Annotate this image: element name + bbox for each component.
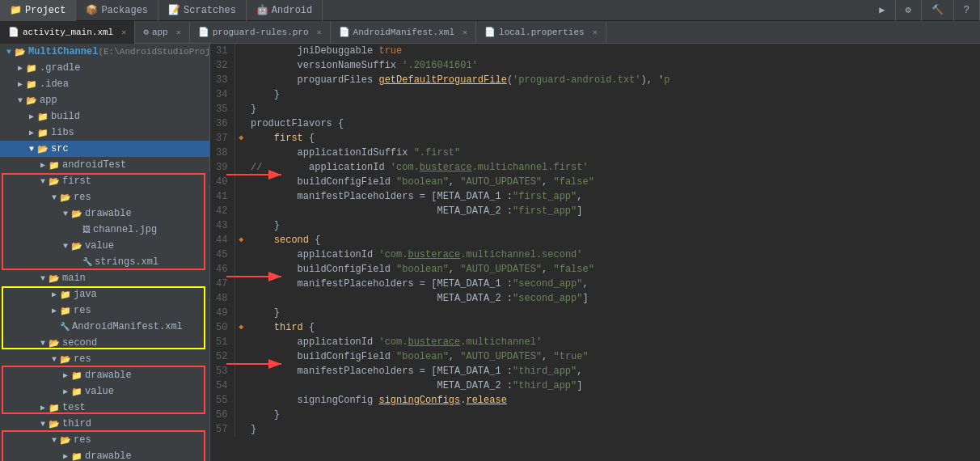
tree-item-main[interactable]: ▼ 📂 main [0,270,209,286]
line-number: 53 [210,364,234,379]
nav-tab-project[interactable]: 📁 Project [0,0,76,21]
tree-item-second-drawable[interactable]: ▶ 📁 drawable [0,367,209,383]
third-res-arrow: ▼ [49,436,60,445]
nav-tab-android[interactable]: 🤖 Android [247,0,323,21]
gutter-cell [234,291,247,306]
tree-item-strings-xml[interactable]: 🔧 strings.xml [0,254,209,270]
line-number: 42 [210,204,234,218]
code-editor[interactable]: 31 jniDebuggable true32 versionNameSuffi… [210,44,980,461]
code-line-36: 36productFlavors { [210,116,980,131]
gutter-cell [234,44,247,58]
line-number: 41 [210,189,234,204]
run-button[interactable]: ▶ [869,0,895,21]
test-folder-icon: 📁 [49,403,60,413]
help-button[interactable]: ? [954,0,980,21]
line-content: } [247,87,980,102]
gutter-cell [234,189,247,204]
tab-manifest-close[interactable]: ✕ [463,27,467,37]
tree-root[interactable]: ▼ 📂 MultiChannel (E:\AndroidStudioProjec… [0,44,209,60]
line-content: third { [247,320,980,335]
tree-item-first-res[interactable]: ▼ 📂 res [0,189,209,205]
tree-item-java[interactable]: ▶ 📁 java [0,286,209,302]
gutter-cell [234,116,247,131]
code-line-45: 45 applicationId 'com.busterace.multicha… [210,247,980,262]
tree-item-idea[interactable]: ▶ 📁 .idea [0,76,209,92]
line-content: } [247,306,980,320]
scratches-icon: 📝 [168,4,180,16]
code-line-48: 48 META_DATA_2 :"second_app"] [210,291,980,306]
tree-item-first[interactable]: ▼ 📂 first [0,173,209,189]
tree-item-build[interactable]: ▶ 📁 build [0,108,209,125]
tree-item-first-value[interactable]: ▼ 📂 value [0,238,209,254]
java-label: java [74,289,97,300]
gutter-cell: ◆ [234,320,247,335]
second-label: second [62,337,97,349]
tree-item-third-drawable[interactable]: ▶ 📁 drawable [0,448,209,461]
code-line-51: 51 applicationId 'com.busterace.multicha… [210,335,980,349]
third-drawable-label: drawable [85,450,132,461]
tree-item-gradle[interactable]: ▶ 📁 .gradle [0,60,209,76]
tree-item-second-res[interactable]: ▼ 📂 res [0,351,209,367]
tab-proguard-close[interactable]: ✕ [317,27,322,37]
project-sidebar[interactable]: ▼ 📂 MultiChannel (E:\AndroidStudioProjec… [0,44,210,461]
third-drawable-folder-icon: 📁 [71,451,82,462]
gutter-cell [234,277,247,291]
line-content: proguardFiles getDefaultProguardFile('pr… [247,73,980,87]
gutter-cell: ◆ [234,233,247,247]
build-arrow: ▶ [26,112,37,121]
line-content: applicationId 'com.busterace.multichanne… [247,247,980,262]
first-value-arrow: ▼ [60,242,71,251]
tree-item-main-manifest[interactable]: 🔧 AndroidManifest.xml [0,319,209,335]
tree-item-test[interactable]: ▶ 📁 test [0,400,209,416]
gutter-cell [234,422,247,437]
tab-proguard[interactable]: 📄 proguard-rules.pro ✕ [190,21,331,44]
code-line-38: 38 applicationIdSuffix ".first" [210,146,980,160]
tree-item-src[interactable]: ▼ 📂 src [0,141,209,157]
first-value-folder-icon: 📂 [71,241,82,252]
tree-item-second[interactable]: ▼ 📂 second [0,335,209,351]
tab-local-properties[interactable]: 📄 local.properties ✕ [476,21,606,44]
first-drawable-label: drawable [85,208,132,219]
code-editor-panel: 31 jniDebuggable true32 versionNameSuffi… [210,44,980,461]
tree-item-androidtest[interactable]: ▶ 📁 androidTest [0,157,209,173]
tree-item-main-res[interactable]: ▶ 📁 res [0,302,209,319]
android-icon: 🤖 [256,4,268,16]
second-drawable-folder-icon: 📁 [71,370,82,381]
tab-app-close[interactable]: ✕ [176,27,181,37]
tree-item-app[interactable]: ▼ 📂 app [0,92,209,108]
line-content: } [247,422,980,437]
code-line-43: 43 } [210,218,980,233]
code-line-53: 53 manifestPlaceholders = [META_DATA_1 :… [210,364,980,379]
tree-item-second-value[interactable]: ▶ 📁 value [0,383,209,400]
line-content: applicationId 'com.busterace.multichanne… [247,335,980,349]
settings-button[interactable]: ⚙ [896,0,922,21]
tab-local-props-close[interactable]: ✕ [593,27,598,37]
line-number: 49 [210,306,234,320]
build-button[interactable]: 🔨 [922,0,954,21]
line-content: applicationIdSuffix ".first" [247,146,980,160]
tree-item-first-drawable[interactable]: ▼ 📂 drawable [0,205,209,222]
tab-app[interactable]: ⚙ app ✕ [135,21,189,44]
third-res-folder-icon: 📂 [60,435,71,446]
main-label: main [62,273,86,284]
nav-tab-scratches[interactable]: 📝 Scratches [158,0,247,21]
tree-item-channel-jpg[interactable]: 🖼 channel.jpg [0,222,209,238]
line-content: signingConfig signingConfigs.release [247,393,980,408]
tab-android-manifest[interactable]: 📄 AndroidManifest.xml ✕ [331,21,476,44]
code-line-33: 33 proguardFiles getDefaultProguardFile(… [210,73,980,87]
test-label: test [62,402,86,413]
code-line-52: 52 buildConfigField "boolean", "AUTO_UPD… [210,349,980,364]
nav-tab-scratches-label: Scratches [184,5,236,16]
libs-folder-icon: 📁 [37,128,49,138]
src-label: src [51,143,69,154]
tab-activity-main-xml[interactable]: 📄 activity_main.xml ✕ [0,21,135,44]
tree-item-third-res[interactable]: ▼ 📂 res [0,432,209,448]
nav-tab-packages[interactable]: 📦 Packages [76,0,158,21]
code-line-31: 31 jniDebuggable true [210,44,980,58]
tab-activity-main-close[interactable]: ✕ [121,27,126,37]
tree-item-third[interactable]: ▼ 📂 third [0,416,209,432]
line-number: 36 [210,116,234,131]
app-folder-icon: 📂 [26,95,37,106]
tree-item-libs[interactable]: ▶ 📁 libs [0,125,209,141]
build-folder-icon: 📁 [37,112,49,122]
